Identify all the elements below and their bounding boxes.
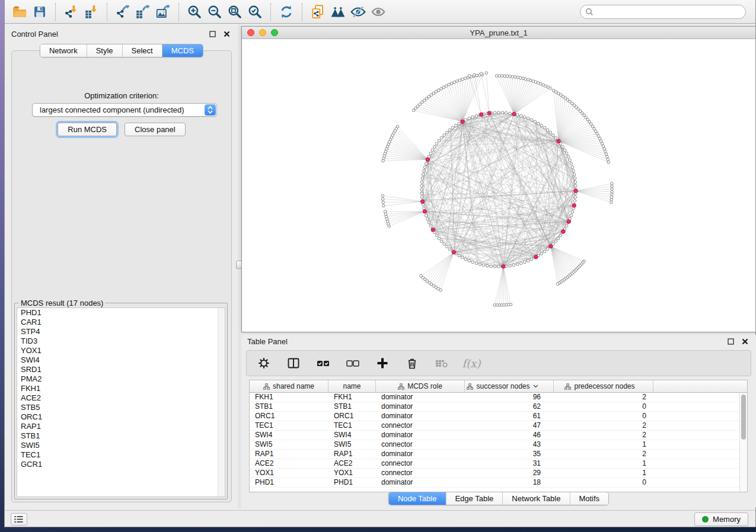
mcds-result-list[interactable]: PHD1CAR1STP4TID3YOX1SWI4SRD1PMA2FKH1ACE2… xyxy=(17,307,225,497)
graph-node[interactable] xyxy=(445,85,448,88)
graph-node[interactable] xyxy=(604,150,607,153)
cell-mcds-role[interactable]: dominator xyxy=(376,431,465,440)
graph-node[interactable] xyxy=(440,240,443,243)
graph-node[interactable] xyxy=(426,217,429,220)
graph-node[interactable] xyxy=(534,120,537,123)
graph-node[interactable] xyxy=(485,72,488,75)
export-table-icon[interactable] xyxy=(133,2,153,21)
graph-node[interactable] xyxy=(500,75,503,78)
graph-node[interactable] xyxy=(464,77,467,80)
graph-node[interactable] xyxy=(611,193,614,196)
graph-node[interactable] xyxy=(479,263,481,266)
graph-node[interactable] xyxy=(575,184,578,187)
graph-node[interactable] xyxy=(421,177,424,180)
cell-successor-nodes[interactable]: 18 xyxy=(465,478,554,487)
table-row[interactable]: STB1STB1dominator620 xyxy=(250,402,747,412)
add-column-icon[interactable] xyxy=(375,355,390,371)
graph-node[interactable] xyxy=(570,214,573,217)
memory-status-button[interactable]: Memory xyxy=(694,512,748,526)
cell-predecessor-nodes[interactable]: 2 xyxy=(554,421,653,430)
network-window-titlebar[interactable]: YPA_prune.txt_1 xyxy=(242,27,755,39)
cell-mcds-role[interactable]: connector xyxy=(376,421,465,430)
graph-node[interactable] xyxy=(546,129,549,132)
cell-shared-name[interactable]: STB1 xyxy=(250,402,328,411)
column-header-successor-nodes[interactable]: successor nodes xyxy=(465,380,554,392)
network-graph[interactable] xyxy=(242,39,755,332)
graph-node[interactable] xyxy=(433,146,436,149)
graph-node[interactable] xyxy=(570,162,573,165)
graph-node[interactable] xyxy=(420,181,423,184)
graph-node[interactable] xyxy=(505,111,508,114)
cell-shared-name[interactable]: FKH1 xyxy=(250,393,328,402)
graph-node[interactable] xyxy=(493,304,496,307)
cell-predecessor-nodes[interactable]: 2 xyxy=(554,450,653,459)
graph-node[interactable] xyxy=(527,117,529,120)
graph-node[interactable] xyxy=(453,81,456,84)
graph-node[interactable] xyxy=(540,124,543,127)
graph-node[interactable] xyxy=(442,86,445,89)
graph-node[interactable] xyxy=(565,225,568,227)
graph-node[interactable] xyxy=(464,118,467,121)
graph-node[interactable] xyxy=(506,75,509,78)
first-neighbors-icon[interactable] xyxy=(328,2,348,21)
graph-node[interactable] xyxy=(516,263,519,266)
mcds-result-item[interactable]: ACE2 xyxy=(17,393,225,403)
graph-node-dominator[interactable] xyxy=(480,113,483,116)
graph-node[interactable] xyxy=(458,122,461,125)
graph-node-dominator[interactable] xyxy=(574,189,578,193)
cell-name[interactable]: ORC1 xyxy=(328,412,376,421)
mcds-result-item[interactable]: PHD1 xyxy=(17,308,225,318)
graph-node[interactable] xyxy=(431,149,434,152)
export-image-icon[interactable] xyxy=(153,2,173,21)
graph-node[interactable] xyxy=(509,264,512,267)
close-panel-button[interactable]: Close panel xyxy=(125,123,186,136)
graph-node-dominator[interactable] xyxy=(423,210,426,213)
column-settings-gear-icon[interactable] xyxy=(256,355,272,371)
graph-node[interactable] xyxy=(497,265,500,268)
cell-name[interactable]: STB1 xyxy=(328,402,376,411)
mcds-result-item[interactable]: ORC1 xyxy=(17,412,225,422)
graph-node[interactable] xyxy=(471,116,474,118)
cell-name[interactable]: PHD1 xyxy=(328,478,376,487)
graph-node[interactable] xyxy=(471,261,474,264)
graph-node[interactable] xyxy=(569,159,572,162)
table-row[interactable]: SWI5SWI5connector431 xyxy=(250,440,747,450)
graph-node[interactable] xyxy=(461,256,464,259)
graph-node-dominator[interactable] xyxy=(502,265,505,268)
cell-predecessor-nodes[interactable]: 1 xyxy=(554,469,653,477)
graph-node[interactable] xyxy=(556,283,559,286)
graph-node[interactable] xyxy=(420,196,423,198)
mcds-result-item[interactable]: SWI5 xyxy=(17,441,225,450)
graph-node[interactable] xyxy=(382,204,385,207)
graph-node[interactable] xyxy=(557,237,560,240)
mcds-result-item[interactable]: TEC1 xyxy=(17,450,225,460)
graph-node[interactable] xyxy=(516,76,519,79)
graph-node[interactable] xyxy=(563,149,566,152)
mcds-result-item[interactable]: STP4 xyxy=(17,327,225,336)
graph-node[interactable] xyxy=(468,117,471,120)
mcds-result-item[interactable]: YOX1 xyxy=(17,346,225,355)
graph-node[interactable] xyxy=(429,225,432,227)
graph-node-dominator[interactable] xyxy=(567,220,570,223)
graph-node[interactable] xyxy=(420,188,423,191)
graph-node[interactable] xyxy=(382,201,385,204)
cell-name[interactable]: ACE2 xyxy=(328,459,376,468)
tab-network-table[interactable]: Network Table xyxy=(503,492,570,505)
cell-successor-nodes[interactable]: 35 xyxy=(465,450,554,459)
graph-node[interactable] xyxy=(509,112,512,115)
graph-node[interactable] xyxy=(530,258,533,261)
zoom-out-icon[interactable] xyxy=(205,2,225,21)
graph-node[interactable] xyxy=(435,142,438,145)
mcds-result-item[interactable]: STB1 xyxy=(17,431,225,441)
graph-node[interactable] xyxy=(384,210,387,213)
graph-node-dominator[interactable] xyxy=(461,120,464,123)
mcds-result-item[interactable]: PMA2 xyxy=(17,374,225,384)
deselect-all-rows-icon[interactable] xyxy=(345,355,361,371)
import-network-icon[interactable] xyxy=(61,2,81,21)
mcds-result-item[interactable]: TID3 xyxy=(17,336,225,346)
cell-name[interactable]: TEC1 xyxy=(328,421,376,430)
cell-successor-nodes[interactable]: 46 xyxy=(465,431,554,440)
graph-node[interactable] xyxy=(490,265,493,268)
graph-node[interactable] xyxy=(573,177,576,180)
graph-node-dominator[interactable] xyxy=(562,230,565,233)
